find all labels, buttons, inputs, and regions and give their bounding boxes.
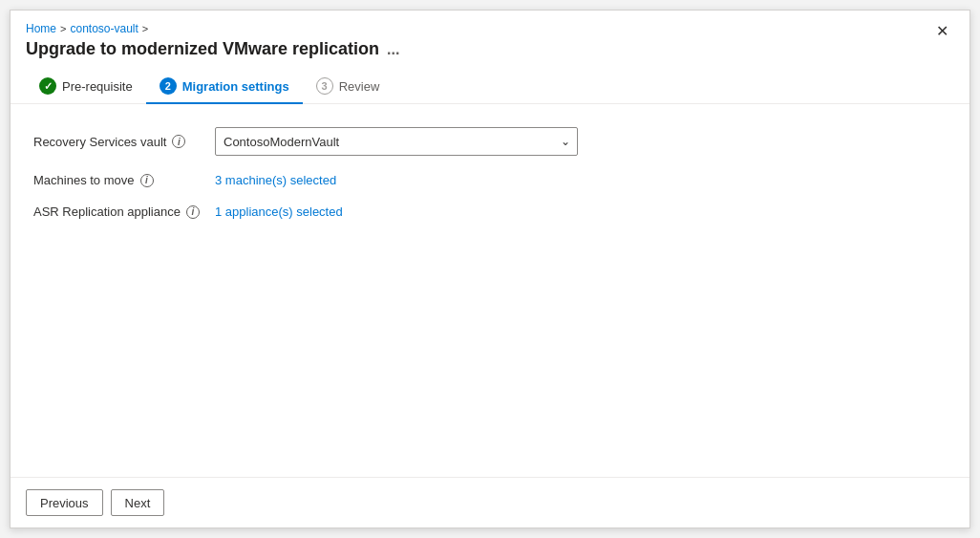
machines-label-text: Machines to move [33, 173, 135, 187]
machines-info-icon[interactable]: i [140, 174, 154, 187]
next-button[interactable]: Next [111, 489, 165, 516]
tab-prerequisite-label: Pre-requisite [62, 79, 133, 94]
recovery-vault-control: ContosoModernVault ⌄ [215, 127, 578, 156]
tab-migration-settings[interactable]: 2 Migration settings [146, 70, 303, 104]
form-row-machines: Machines to move i 3 machine(s) selected [33, 173, 947, 187]
dialog-header: Home > contoso-vault > Upgrade to modern… [11, 11, 969, 59]
appliance-label-text: ASR Replication appliance [33, 204, 181, 219]
previous-button[interactable]: Previous [26, 489, 103, 516]
breadcrumb: Home > contoso-vault > [26, 22, 399, 35]
dialog-footer: Previous Next [11, 477, 969, 527]
breadcrumb-home[interactable]: Home [26, 22, 56, 35]
appliance-link[interactable]: 1 appliance(s) selected [215, 204, 343, 219]
machines-control: 3 machine(s) selected [215, 173, 578, 187]
wizard-tabs: ✓ Pre-requisite 2 Migration settings 3 R… [11, 59, 969, 104]
dialog-title-text: Upgrade to modernized VMware replication [26, 39, 379, 59]
machines-link[interactable]: 3 machine(s) selected [215, 173, 336, 187]
appliance-info-icon[interactable]: i [186, 205, 200, 219]
breadcrumb-sep-1: > [60, 23, 66, 34]
dialog-title-row: Upgrade to modernized VMware replication… [26, 39, 399, 59]
recovery-vault-label-text: Recovery Services vault [33, 135, 166, 149]
tab-review[interactable]: 3 Review [303, 70, 394, 104]
appliance-label: ASR Replication appliance i [33, 204, 215, 219]
close-button[interactable]: ✕ [930, 20, 954, 42]
tab-migration-settings-label: Migration settings [182, 79, 289, 94]
tab-review-icon: 3 [316, 77, 333, 95]
breadcrumb-sep-2: > [142, 23, 148, 34]
recovery-vault-label: Recovery Services vault i [33, 135, 215, 149]
form-row-appliance: ASR Replication appliance i 1 appliance(… [33, 204, 947, 219]
tab-review-label: Review [339, 79, 380, 94]
form-row-recovery-vault: Recovery Services vault i ContosoModernV… [33, 127, 947, 156]
tab-prerequisite[interactable]: ✓ Pre-requisite [26, 70, 146, 104]
dialog-body: Recovery Services vault i ContosoModernV… [11, 104, 969, 477]
header-left: Home > contoso-vault > Upgrade to modern… [26, 22, 399, 59]
more-options-icon[interactable]: ... [387, 41, 399, 58]
tab-prerequisite-icon: ✓ [39, 77, 56, 95]
tab-migration-settings-icon: 2 [160, 77, 177, 95]
breadcrumb-vault[interactable]: contoso-vault [70, 22, 138, 35]
upgrade-dialog: Home > contoso-vault > Upgrade to modern… [10, 10, 970, 528]
recovery-vault-select-wrapper: ContosoModernVault ⌄ [215, 127, 578, 156]
machines-label: Machines to move i [33, 173, 215, 187]
appliance-control: 1 appliance(s) selected [215, 204, 578, 219]
recovery-vault-select[interactable]: ContosoModernVault [215, 127, 578, 156]
recovery-vault-info-icon[interactable]: i [172, 135, 185, 148]
